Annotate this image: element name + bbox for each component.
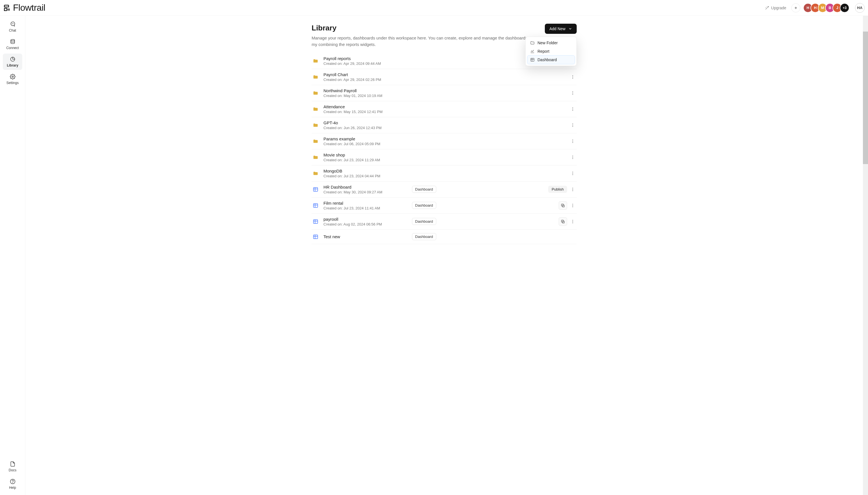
svg-point-23: [573, 126, 573, 126]
wand-icon: [765, 6, 769, 10]
row-created: Created on: Jun 26, 2024 12:43 PM: [323, 126, 408, 130]
folder-icon: [313, 90, 318, 96]
add-new-button[interactable]: Add New: [545, 24, 577, 34]
svg-point-16: [573, 92, 573, 93]
list-item[interactable]: Film rental Created on: Jul 23, 2024 11:…: [312, 198, 577, 214]
row-name: Payroll reports: [323, 56, 408, 61]
row-more-button[interactable]: [569, 217, 576, 226]
brand-logo-icon: [3, 4, 10, 12]
row-more-button[interactable]: [569, 89, 576, 97]
help-icon: [10, 479, 16, 484]
list-item[interactable]: Params example Created on: Jul 06, 2024 …: [312, 133, 577, 149]
topbar: Flowtrail Upgrade H H M B J +3: [0, 0, 868, 16]
row-created: Created on: May 30, 2024 09:27 AM: [323, 190, 408, 194]
dots-vertical-icon: [571, 155, 575, 159]
row-icon: [312, 202, 320, 209]
dashboard-icon: [313, 219, 318, 224]
dropdown-dashboard[interactable]: Dashboard: [527, 55, 575, 64]
row-icon: [312, 137, 320, 145]
nav-chat[interactable]: Chat: [3, 19, 22, 35]
nav-docs[interactable]: Docs: [3, 458, 22, 475]
copy-icon: [561, 203, 565, 208]
add-new-label: Add New: [549, 27, 565, 31]
row-icon: [312, 89, 320, 97]
row-icon: [312, 57, 320, 65]
row-name: Film rental: [323, 201, 408, 205]
row-more-button[interactable]: [569, 185, 576, 194]
content-scroll[interactable]: Library Manage your reports, dashboards …: [25, 16, 863, 495]
svg-point-19: [573, 108, 573, 109]
row-name: GPT-4o: [323, 120, 408, 125]
dots-vertical-icon: [571, 203, 575, 208]
list-item[interactable]: Test new Dashboard: [312, 230, 577, 244]
nav-help[interactable]: Help: [3, 476, 22, 492]
dropdown-dashboard-label: Dashboard: [538, 57, 557, 62]
svg-point-20: [573, 110, 573, 110]
dropdown-report-label: Report: [538, 49, 549, 54]
svg-point-48: [573, 222, 573, 223]
row-created: Created on: Aug 02, 2024 06:56 PM: [323, 222, 408, 226]
dropdown-report[interactable]: Report: [527, 47, 575, 55]
svg-point-46: [573, 220, 573, 220]
folder-icon: [313, 138, 318, 144]
list-item[interactable]: MongoDB Created on: Jul 23, 2024 04:44 P…: [312, 166, 577, 182]
dropdown-new-folder[interactable]: New Folder: [527, 39, 575, 47]
brand: Flowtrail: [3, 2, 46, 13]
page-title: Library: [312, 24, 531, 32]
row-actions: [569, 153, 576, 161]
list-item[interactable]: Payroll Chart Created on: Apr 29, 2024 0…: [312, 69, 577, 85]
row-copy-button[interactable]: [559, 217, 567, 226]
row-actions: [569, 105, 576, 113]
svg-point-42: [573, 206, 573, 207]
page-subtitle: Manage your reports, dashboards under th…: [312, 35, 531, 48]
list-item[interactable]: Attendance Created on: May 15, 2024 12:4…: [312, 101, 577, 117]
list-item[interactable]: HR Dashboard Created on: May 30, 2024 09…: [312, 182, 577, 198]
row-name: Movie shop: [323, 153, 408, 157]
database-icon: [10, 39, 16, 45]
avatar-stack[interactable]: H H M B J +3: [803, 3, 849, 13]
list-item[interactable]: GPT-4o Created on: Jun 26, 2024 12:43 PM: [312, 117, 577, 133]
current-user-avatar[interactable]: HA: [855, 3, 865, 13]
list-item[interactable]: Northwind Payroll Created on: May 01, 20…: [312, 85, 577, 101]
scrollbar[interactable]: [863, 16, 868, 495]
topbar-right: Upgrade H H M B J +3 HA: [763, 3, 865, 13]
row-copy-button[interactable]: [559, 201, 567, 210]
row-created: Created on: Jul 23, 2024 11:41 AM: [323, 206, 408, 210]
row-type-tag: Dashboard: [412, 202, 436, 209]
row-actions: [569, 137, 576, 146]
table-icon: [530, 57, 535, 62]
row-icon: [312, 73, 320, 81]
row-more-button[interactable]: [569, 121, 576, 130]
row-more-button[interactable]: [569, 169, 576, 177]
row-more-button[interactable]: [569, 73, 576, 81]
list-item[interactable]: payrooll Created on: Aug 02, 2024 06:56 …: [312, 214, 577, 230]
row-created: Created on: May 01, 2024 10:19 AM: [323, 93, 408, 98]
row-more-button[interactable]: [569, 201, 576, 210]
svg-point-32: [573, 174, 573, 175]
upgrade-link[interactable]: Upgrade: [763, 4, 788, 12]
nav-connect[interactable]: Connect: [3, 36, 22, 52]
add-new-dropdown: New Folder Report: [525, 37, 577, 66]
line-chart-icon: [530, 49, 535, 54]
row-actions: [569, 89, 576, 97]
row-icon: [312, 233, 320, 241]
invite-user-button[interactable]: [791, 3, 800, 12]
row-more-button[interactable]: [569, 105, 576, 113]
row-actions: [559, 201, 576, 210]
scrollbar-thumb[interactable]: [863, 32, 868, 164]
nav-help-label: Help: [9, 486, 16, 490]
gear-icon: [10, 74, 16, 80]
svg-rect-49: [313, 235, 318, 238]
svg-point-34: [573, 188, 573, 188]
nav-settings[interactable]: Settings: [3, 71, 22, 87]
svg-point-15: [573, 91, 573, 92]
row-publish-button[interactable]: Publish: [548, 186, 567, 193]
list-item[interactable]: Movie shop Created on: Jul 23, 2024 11:2…: [312, 149, 577, 166]
nav-library[interactable]: Library: [3, 54, 22, 70]
svg-point-30: [573, 172, 573, 172]
svg-point-29: [573, 158, 573, 159]
row-more-button[interactable]: [569, 137, 576, 146]
row-icon: [312, 186, 320, 193]
row-more-button[interactable]: [569, 153, 576, 161]
row-icon: [312, 218, 320, 225]
